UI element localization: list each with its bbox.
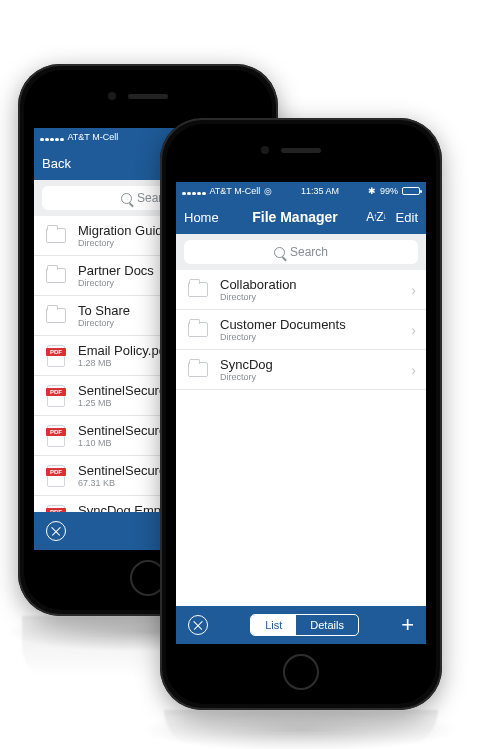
search-placeholder: Search <box>290 245 328 259</box>
chevron-right-icon: › <box>411 282 416 298</box>
carrier-label: AT&T M-Cell <box>210 186 261 196</box>
folder-icon <box>188 362 208 377</box>
list-item[interactable]: SyncDog Directory › <box>176 350 426 390</box>
signal-dots-icon <box>40 133 64 141</box>
item-name: SyncDog <box>220 357 401 372</box>
back-button[interactable]: Back <box>42 156 94 171</box>
chevron-right-icon: › <box>411 322 416 338</box>
seg-details[interactable]: Details <box>296 615 358 635</box>
status-bar: AT&T M-Cell ◎ 11:35 AM ✱ 99% <box>176 182 426 200</box>
file-list: Collaboration Directory › Customer Docum… <box>176 270 426 606</box>
pdf-icon <box>47 505 65 513</box>
search-bar: Search <box>176 234 426 270</box>
list-item[interactable]: Collaboration Directory › <box>176 270 426 310</box>
item-name: Collaboration <box>220 277 401 292</box>
seg-list[interactable]: List <box>251 615 296 635</box>
bluetooth-icon: ✱ <box>368 186 376 196</box>
carrier-label: AT&T M-Cell <box>68 132 119 142</box>
chevron-right-icon: › <box>411 362 416 378</box>
signal-dots-icon <box>182 187 206 195</box>
add-button[interactable]: + <box>401 614 414 636</box>
search-input[interactable]: Search <box>184 240 418 264</box>
battery-icon <box>402 187 420 195</box>
search-icon <box>121 193 132 204</box>
screen-front: AT&T M-Cell ◎ 11:35 AM ✱ 99% Home File M… <box>176 182 426 644</box>
bottom-bar: List Details + <box>176 606 426 644</box>
item-name: Customer Documents <box>220 317 401 332</box>
pdf-icon <box>47 465 65 487</box>
nav-bar: Home File Manager A↑Z↓ Edit <box>176 200 426 234</box>
compass-icon[interactable] <box>46 521 66 541</box>
pdf-icon <box>47 425 65 447</box>
wifi-icon: ◎ <box>264 186 272 196</box>
page-title: File Manager <box>236 209 354 225</box>
item-sub: Directory <box>220 292 401 302</box>
battery-pct: 99% <box>380 186 398 196</box>
folder-icon <box>188 282 208 297</box>
list-item[interactable]: Customer Documents Directory › <box>176 310 426 350</box>
item-sub: Directory <box>220 332 401 342</box>
clock: 11:35 AM <box>276 186 364 196</box>
pdf-icon <box>47 385 65 407</box>
folder-icon <box>188 322 208 337</box>
folder-icon <box>46 228 66 243</box>
view-segmented-control[interactable]: List Details <box>250 614 359 636</box>
sort-button[interactable]: A↑Z↓ <box>366 210 385 224</box>
edit-button[interactable]: Edit <box>396 210 418 225</box>
home-button-nav[interactable]: Home <box>184 210 236 225</box>
compass-icon[interactable] <box>188 615 208 635</box>
home-button[interactable] <box>283 654 319 690</box>
folder-icon <box>46 268 66 283</box>
search-icon <box>274 247 285 258</box>
pdf-icon <box>47 345 65 367</box>
phone-front: AT&T M-Cell ◎ 11:35 AM ✱ 99% Home File M… <box>160 118 442 710</box>
folder-icon <box>46 308 66 323</box>
item-sub: Directory <box>220 372 401 382</box>
